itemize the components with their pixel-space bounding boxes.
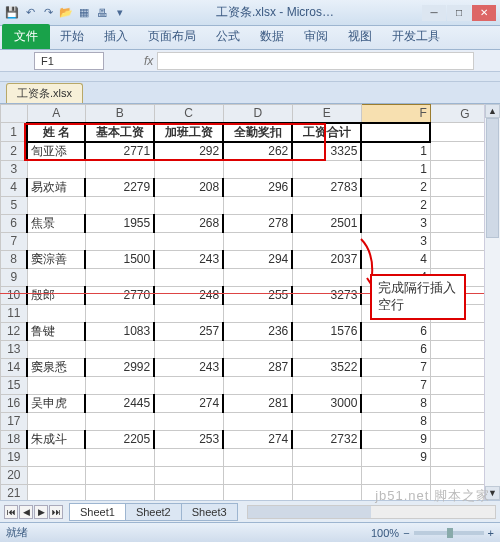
cell[interactable] bbox=[27, 340, 85, 358]
cell[interactable]: 274 bbox=[223, 430, 292, 448]
minimize-button[interactable]: ─ bbox=[422, 5, 446, 21]
cell[interactable]: 窦泉悉 bbox=[27, 358, 85, 376]
cell[interactable]: 6 bbox=[361, 340, 430, 358]
row-header[interactable]: 6 bbox=[1, 214, 28, 232]
cell[interactable]: 殷郎 bbox=[27, 286, 85, 304]
cell[interactable] bbox=[154, 484, 223, 500]
qat-new-icon[interactable]: ▦ bbox=[76, 5, 92, 21]
cell[interactable] bbox=[223, 412, 292, 430]
cell[interactable] bbox=[223, 340, 292, 358]
row-header[interactable]: 13 bbox=[1, 340, 28, 358]
zoom-in-button[interactable]: + bbox=[488, 527, 494, 539]
cell[interactable]: 2 bbox=[361, 178, 430, 196]
cell[interactable] bbox=[154, 304, 223, 322]
cell[interactable] bbox=[223, 448, 292, 466]
row-header[interactable]: 16 bbox=[1, 394, 28, 412]
qat-save-icon[interactable]: 💾 bbox=[4, 5, 20, 21]
sheet-tab-1[interactable]: Sheet1 bbox=[69, 503, 126, 521]
cell[interactable]: 243 bbox=[154, 358, 223, 376]
cell[interactable] bbox=[154, 466, 223, 484]
col-header-D[interactable]: D bbox=[223, 105, 292, 123]
scroll-up-icon[interactable]: ▲ bbox=[485, 104, 500, 118]
cell[interactable]: 253 bbox=[154, 430, 223, 448]
cell[interactable]: 292 bbox=[154, 142, 223, 161]
sheet-nav-last-icon[interactable]: ⏭ bbox=[49, 505, 63, 519]
header-cell[interactable]: 全勤奖扣 bbox=[223, 123, 292, 142]
col-header-C[interactable]: C bbox=[154, 105, 223, 123]
row-header[interactable]: 21 bbox=[1, 484, 28, 500]
qat-redo-icon[interactable]: ↷ bbox=[40, 5, 56, 21]
cell[interactable]: 3000 bbox=[292, 394, 361, 412]
tab-home[interactable]: 开始 bbox=[50, 24, 94, 49]
cell[interactable]: 255 bbox=[223, 286, 292, 304]
cell[interactable] bbox=[223, 160, 292, 178]
cell[interactable] bbox=[85, 268, 154, 286]
cell[interactable] bbox=[292, 340, 361, 358]
row-header[interactable]: 1 bbox=[1, 123, 28, 142]
cell[interactable] bbox=[27, 412, 85, 430]
spreadsheet-grid[interactable]: ABCDEFG1姓 名基本工资加班工资全勤奖扣工资合计2訇亚添277129226… bbox=[0, 104, 500, 500]
cell[interactable]: 274 bbox=[154, 394, 223, 412]
cell[interactable] bbox=[27, 232, 85, 250]
close-button[interactable]: ✕ bbox=[472, 5, 496, 21]
cell[interactable]: 208 bbox=[154, 178, 223, 196]
cell[interactable]: 257 bbox=[154, 322, 223, 340]
row-header[interactable]: 20 bbox=[1, 466, 28, 484]
cell[interactable]: 3325 bbox=[292, 142, 361, 161]
cell[interactable]: 236 bbox=[223, 322, 292, 340]
sheet-nav-first-icon[interactable]: ⏮ bbox=[4, 505, 18, 519]
row-header[interactable]: 14 bbox=[1, 358, 28, 376]
cell[interactable]: 2445 bbox=[85, 394, 154, 412]
qat-more-icon[interactable]: ▾ bbox=[112, 5, 128, 21]
cell[interactable]: 3 bbox=[361, 232, 430, 250]
cell[interactable] bbox=[223, 196, 292, 214]
cell[interactable] bbox=[85, 466, 154, 484]
cell[interactable]: 易欢靖 bbox=[27, 178, 85, 196]
cell[interactable] bbox=[361, 466, 430, 484]
qat-print-icon[interactable]: 🖶 bbox=[94, 5, 110, 21]
qat-open-icon[interactable]: 📂 bbox=[58, 5, 74, 21]
row-header[interactable]: 10 bbox=[1, 286, 28, 304]
name-box[interactable]: F1 bbox=[34, 52, 104, 70]
cell[interactable]: 6 bbox=[361, 322, 430, 340]
cell[interactable] bbox=[154, 196, 223, 214]
cell[interactable]: 9 bbox=[361, 448, 430, 466]
cell[interactable] bbox=[154, 412, 223, 430]
cell[interactable]: 朱成斗 bbox=[27, 430, 85, 448]
cell[interactable]: 吴申虎 bbox=[27, 394, 85, 412]
cell[interactable]: 281 bbox=[223, 394, 292, 412]
cell[interactable]: 1 bbox=[361, 160, 430, 178]
cell[interactable] bbox=[85, 196, 154, 214]
cell[interactable]: 2037 bbox=[292, 250, 361, 268]
cell[interactable] bbox=[292, 448, 361, 466]
cell[interactable]: 7 bbox=[361, 376, 430, 394]
maximize-button[interactable]: □ bbox=[447, 5, 471, 21]
cell[interactable]: 1 bbox=[361, 142, 430, 161]
workbook-tab[interactable]: 工资条.xlsx bbox=[6, 83, 83, 103]
tab-insert[interactable]: 插入 bbox=[94, 24, 138, 49]
cell[interactable]: 1083 bbox=[85, 322, 154, 340]
cell[interactable] bbox=[292, 196, 361, 214]
row-header[interactable]: 9 bbox=[1, 268, 28, 286]
row-header[interactable]: 3 bbox=[1, 160, 28, 178]
sheet-tab-2[interactable]: Sheet2 bbox=[125, 503, 182, 521]
cell[interactable] bbox=[154, 448, 223, 466]
cell[interactable]: 262 bbox=[223, 142, 292, 161]
vertical-scrollbar[interactable]: ▲ ▼ bbox=[484, 104, 500, 500]
cell[interactable]: 1500 bbox=[85, 250, 154, 268]
header-cell[interactable]: 姓 名 bbox=[27, 123, 85, 142]
cell[interactable]: 2770 bbox=[85, 286, 154, 304]
cell[interactable] bbox=[223, 268, 292, 286]
cell[interactable]: 窦淙善 bbox=[27, 250, 85, 268]
row-header[interactable]: 15 bbox=[1, 376, 28, 394]
fx-icon[interactable]: fx bbox=[144, 54, 153, 68]
cell[interactable]: 鲁键 bbox=[27, 322, 85, 340]
cell[interactable] bbox=[154, 376, 223, 394]
row-header[interactable]: 2 bbox=[1, 142, 28, 161]
cell[interactable]: 248 bbox=[154, 286, 223, 304]
cell[interactable] bbox=[292, 376, 361, 394]
cell[interactable] bbox=[27, 376, 85, 394]
zoom-label[interactable]: 100% bbox=[371, 527, 399, 539]
cell[interactable]: 4 bbox=[361, 250, 430, 268]
tab-developer[interactable]: 开发工具 bbox=[382, 24, 450, 49]
